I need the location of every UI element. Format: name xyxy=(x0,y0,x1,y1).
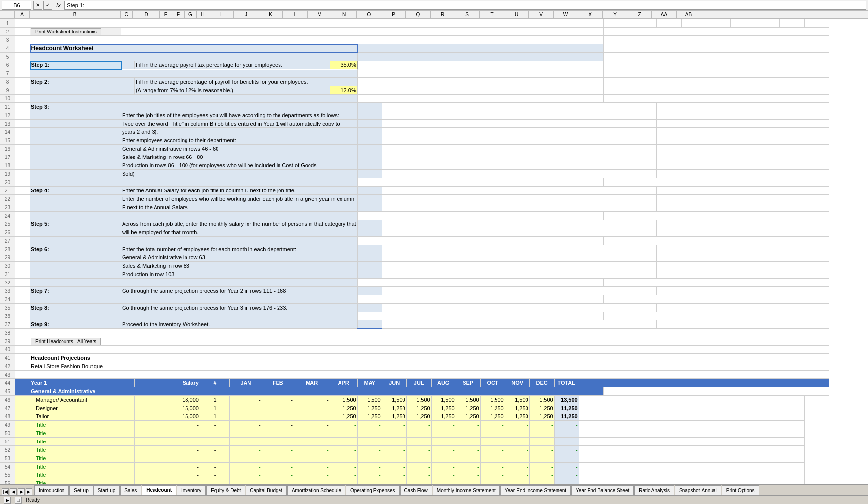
cell-A5[interactable] xyxy=(15,53,30,61)
rest-4[interactable] xyxy=(632,44,829,53)
rownum-11: 11 xyxy=(0,103,15,111)
tab-inventory[interactable]: Inventory xyxy=(177,485,206,495)
status-icon-1[interactable]: ▶ xyxy=(4,497,11,504)
tab-next-btn[interactable]: ▶ xyxy=(18,488,25,495)
cell-D6[interactable]: Fill in the average payroll tax percenta… xyxy=(134,61,330,69)
rownum-9: 9 xyxy=(0,86,15,94)
cell-C6[interactable] xyxy=(121,61,135,69)
col-header-W[interactable]: W xyxy=(554,11,578,18)
col-header-S[interactable]: S xyxy=(455,11,480,18)
status-icon-2[interactable]: □ xyxy=(15,497,22,504)
tab-headcount[interactable]: Headcount xyxy=(142,485,176,495)
cell-AA1[interactable] xyxy=(779,19,804,28)
tab-year-end-income[interactable]: Year-End Income Statement xyxy=(500,485,571,495)
cell-B4[interactable]: Headcount Worksheet xyxy=(30,44,358,53)
tab-cash-flow[interactable]: Cash Flow xyxy=(400,485,432,495)
col-header-A[interactable]: A xyxy=(15,11,30,18)
col-header-M[interactable]: M xyxy=(308,11,332,18)
rest-3[interactable] xyxy=(632,36,829,44)
tab-snapshot-annual[interactable]: Snapshot-Annual xyxy=(675,485,721,495)
col-header-L[interactable]: L xyxy=(283,11,308,18)
cancel-formula-btn[interactable]: ✕ xyxy=(33,1,42,10)
tab-last-btn[interactable]: ▶| xyxy=(26,488,32,495)
col-header-AA[interactable]: AA xyxy=(652,11,677,18)
col-header-Z[interactable]: Z xyxy=(627,11,652,18)
cell-V1[interactable] xyxy=(656,19,681,28)
cell-B6[interactable]: Step 1: xyxy=(30,61,121,69)
col-header-B[interactable]: B xyxy=(30,11,121,18)
col-header-K[interactable]: K xyxy=(258,11,283,18)
col-header-Q[interactable]: Q xyxy=(406,11,431,18)
col-header-F[interactable]: F xyxy=(172,11,185,18)
salary-header[interactable]: Salary xyxy=(134,379,200,387)
cell-B1[interactable] xyxy=(30,19,604,28)
tab-year-end-balance[interactable]: Year-End Balance Sheet xyxy=(571,485,634,495)
tab-startup[interactable]: Start-up xyxy=(93,485,120,495)
cell-U1[interactable] xyxy=(632,19,656,28)
tab-operating-expenses[interactable]: Operating Expenses xyxy=(346,485,400,495)
tab-sales[interactable]: Sales xyxy=(120,485,141,495)
col-header-X[interactable]: X xyxy=(578,11,603,18)
rest-2[interactable] xyxy=(632,28,829,36)
rest-6[interactable] xyxy=(357,61,603,69)
cell-B2[interactable]: Print Worksheet Instructions xyxy=(30,28,121,36)
col-header-G[interactable]: G xyxy=(185,11,197,18)
col-header-R[interactable]: R xyxy=(431,11,455,18)
print-worksheet-btn[interactable]: Print Worksheet Instructions xyxy=(31,28,101,35)
tab-equity-debt[interactable]: Equity & Debt xyxy=(206,485,245,495)
cell-J4-rest[interactable] xyxy=(357,44,603,53)
tab-prev-btn[interactable]: ◀ xyxy=(10,488,17,495)
tab-ratio-analysis[interactable]: Ratio Analysis xyxy=(634,485,674,495)
cell-B8[interactable]: Step 2: xyxy=(30,78,121,86)
col-header-J[interactable]: J xyxy=(234,11,258,18)
cell-T1[interactable] xyxy=(603,19,632,28)
cell-AB1[interactable] xyxy=(804,19,829,28)
cell-A3[interactable] xyxy=(15,36,30,44)
row-22: 22 Enter the number of employees who wil… xyxy=(0,195,829,203)
cell-A1[interactable] xyxy=(15,19,30,28)
cell-X1[interactable] xyxy=(706,19,730,28)
cell-B5[interactable] xyxy=(30,53,358,61)
cell-T3[interactable] xyxy=(603,36,632,44)
formula-input[interactable] xyxy=(64,1,866,10)
col-header-V[interactable]: V xyxy=(529,11,554,18)
print-headcounts-btn[interactable]: Print Headcounts - All Years xyxy=(31,338,101,345)
col-header-H[interactable]: H xyxy=(197,11,209,18)
cell-A6[interactable] xyxy=(15,61,30,69)
confirm-formula-btn[interactable]: ✓ xyxy=(43,1,52,10)
cell-Y1[interactable] xyxy=(730,19,755,28)
cell-T4[interactable] xyxy=(603,44,632,53)
tab-monthly-income[interactable]: Monthly Income Statement xyxy=(433,485,500,495)
cell-Z1[interactable] xyxy=(755,19,779,28)
col-header-C[interactable]: C xyxy=(121,11,133,18)
col-header-E[interactable]: E xyxy=(160,11,172,18)
col-header-U[interactable]: U xyxy=(504,11,529,18)
row-12: 12 Enter the job titles of the employees… xyxy=(0,111,829,120)
cell-I6[interactable]: 35.0% xyxy=(330,61,357,69)
cell-A2[interactable] xyxy=(15,28,30,36)
cell-T2[interactable] xyxy=(603,28,632,36)
col-header-AB[interactable]: AB xyxy=(677,11,701,18)
cell-reference[interactable] xyxy=(2,1,31,10)
col-header-N[interactable]: N xyxy=(332,11,357,18)
sheet-area[interactable]: 1 2 Prin xyxy=(0,19,868,484)
col-header-O[interactable]: O xyxy=(357,11,381,18)
cell-B3[interactable] xyxy=(30,36,604,44)
tab-amortization[interactable]: Amortization Schedule xyxy=(287,485,345,495)
col-header-T[interactable]: T xyxy=(480,11,504,18)
cell-A4[interactable] xyxy=(15,44,30,53)
col-header-Y[interactable]: Y xyxy=(603,11,627,18)
tab-introduction[interactable]: Introduction xyxy=(34,485,69,495)
tab-print-options[interactable]: Print Options xyxy=(722,485,759,495)
cell-C2-rest[interactable] xyxy=(121,28,604,36)
col-header-P[interactable]: P xyxy=(381,11,406,18)
tab-setup[interactable]: Set-up xyxy=(69,485,93,495)
rownum-30: 30 xyxy=(0,262,15,270)
cell-W1[interactable] xyxy=(681,19,706,28)
col-header-I[interactable]: I xyxy=(209,11,234,18)
step4-text2: Enter the number of employees who will b… xyxy=(122,196,354,202)
year1-header[interactable]: Year 1 xyxy=(30,379,121,387)
tab-capital-budget[interactable]: Capital Budget xyxy=(246,485,287,495)
col-header-D[interactable]: D xyxy=(133,11,160,18)
tab-first-btn[interactable]: |◀ xyxy=(2,488,9,495)
